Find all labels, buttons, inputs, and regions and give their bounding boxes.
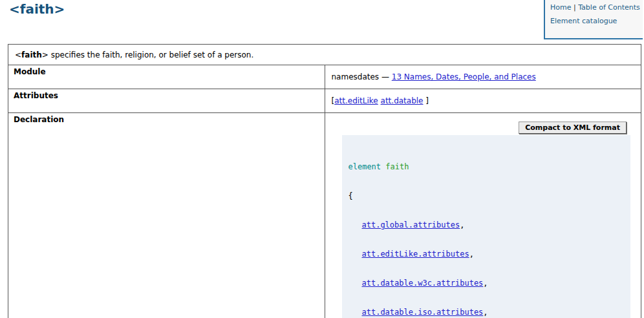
- declaration-link-att-datable-iso-attributes[interactable]: att.datable.iso.attributes: [362, 308, 484, 317]
- declaration-link-att-editlike-attributes[interactable]: att.editLike.attributes: [362, 249, 469, 259]
- attributes-row: Attributes [att.editLike att.datable ]: [8, 89, 641, 113]
- module-chapter-link[interactable]: 13 Names, Dates, People, and Places: [392, 72, 536, 81]
- code-line: att.global.attributes,: [349, 220, 625, 230]
- nav-line-catalogue: Element catalogue: [550, 17, 640, 26]
- nav-link-home[interactable]: Home: [550, 3, 571, 12]
- description-row: <faith> specifies the faith, religion, o…: [8, 45, 641, 65]
- description-cell: <faith> specifies the faith, religion, o…: [8, 45, 641, 65]
- attributes-cell: [att.editLike att.datable ]: [325, 89, 641, 113]
- attribute-link-att-editlike[interactable]: att.editLike: [334, 96, 378, 105]
- module-row: Module namesdates — 13 Names, Dates, Peo…: [8, 65, 641, 89]
- attribute-link-att-datable[interactable]: att.datable: [381, 96, 424, 105]
- declaration-cell: Compact to XML format element faith { at…: [325, 113, 641, 318]
- member-suffix: ,: [469, 249, 474, 259]
- page-header: <faith> Home | Table of Contents Element…: [0, 0, 644, 44]
- description-text: specifies the faith, religion, or belief…: [48, 50, 253, 59]
- member-suffix: ,: [483, 279, 488, 288]
- member-suffix: ,: [460, 220, 464, 229]
- compact-to-xml-button[interactable]: Compact to XML format: [519, 122, 627, 134]
- code-line: element faith: [349, 162, 625, 172]
- declaration-code-block: element faith { att.global.attributes, a…: [342, 135, 631, 318]
- attributes-bracket-close: ]: [424, 96, 429, 105]
- open-brace: {: [349, 191, 353, 200]
- description-tag-lt: <: [15, 50, 21, 59]
- nav-box: Home | Table of Contents Element catalog…: [544, 0, 643, 39]
- description-tag-name: faith: [21, 50, 42, 59]
- page-title: <faith>: [9, 1, 65, 17]
- module-label: Module: [8, 65, 325, 89]
- module-dash: —: [381, 72, 389, 81]
- description-tag-gt: >: [42, 50, 48, 59]
- module-cell: namesdates — 13 Names, Dates, People, an…: [325, 65, 641, 89]
- element-spec-table: <faith> specifies the faith, religion, o…: [8, 44, 641, 318]
- member-suffix: ,: [483, 308, 488, 317]
- nav-separator: |: [574, 3, 576, 12]
- attributes-label: Attributes: [8, 89, 325, 113]
- nav-line-home-toc: Home | Table of Contents: [550, 3, 640, 12]
- rng-element-name: faith: [385, 162, 409, 171]
- code-line: att.editLike.attributes,: [349, 249, 625, 259]
- code-line: att.datable.w3c.attributes,: [349, 279, 625, 288]
- declaration-button-row: Compact to XML format: [332, 122, 627, 134]
- declaration-label: Declaration: [8, 113, 325, 318]
- declaration-link-att-datable-w3c-attributes[interactable]: att.datable.w3c.attributes: [362, 279, 484, 288]
- nav-link-element-catalogue[interactable]: Element catalogue: [550, 17, 617, 25]
- declaration-link-att-global-attributes[interactable]: att.global.attributes: [362, 220, 460, 229]
- nav-link-table-of-contents[interactable]: Table of Contents: [578, 3, 640, 12]
- code-line: {: [349, 191, 625, 201]
- code-line: att.datable.iso.attributes,: [349, 308, 625, 317]
- declaration-row: Declaration Compact to XML format elemen…: [8, 113, 641, 318]
- module-name: namesdates: [332, 72, 380, 81]
- rng-keyword: element: [349, 162, 381, 171]
